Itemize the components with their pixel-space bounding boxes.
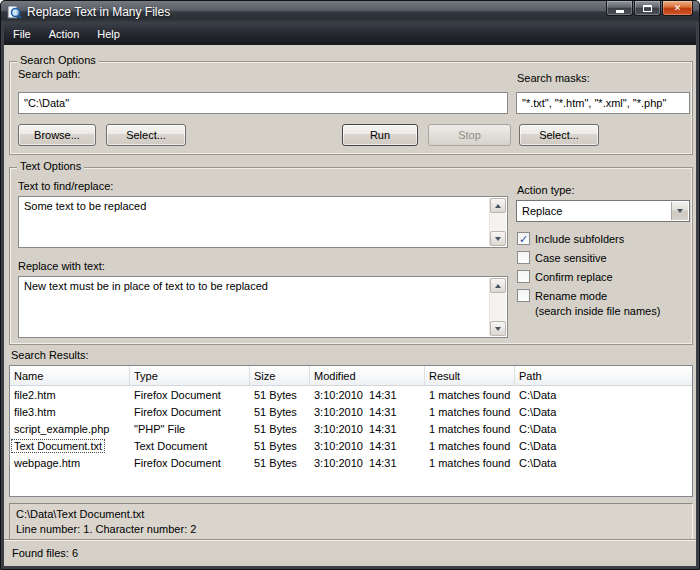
cell-name: file2.htm <box>10 389 130 401</box>
checkbox-list: ✓Include subfoldersCase sensitiveConfirm… <box>517 232 689 323</box>
checkbox-rename-mode[interactable]: Rename mode <box>517 289 689 302</box>
menu-action[interactable]: Action <box>40 23 89 45</box>
cell-result: 1 matches found <box>425 389 515 401</box>
search-path-label: Search path: <box>18 68 80 80</box>
column-header-type[interactable]: Type <box>130 366 250 385</box>
status-text: Found files: 6 <box>12 547 78 559</box>
text-options-group: Text Options Text to find/replace: Some … <box>9 167 693 345</box>
search-path-input[interactable]: "C:\Data" <box>18 92 508 114</box>
checkbox-label: Confirm replace <box>535 271 613 283</box>
replace-text-area[interactable]: New text must be in place of text to to … <box>18 276 508 338</box>
minimize-button[interactable] <box>606 1 633 16</box>
table-row[interactable]: file2.htmFirefox Document51 Bytes3:10:20… <box>10 386 692 403</box>
cell-modified: 3:10:2010 14:31 <box>310 423 425 435</box>
cell-result: 1 matches found <box>425 406 515 418</box>
arrow-down-icon <box>495 327 501 331</box>
dropdown-arrow-button[interactable] <box>671 202 688 220</box>
cell-path: C:\Data <box>515 406 692 418</box>
action-type-dropdown[interactable]: Replace <box>516 200 690 222</box>
cell-path: C:\Data <box>515 389 692 401</box>
table-row[interactable]: script_example.php"PHP" File51 Bytes3:10… <box>10 420 692 437</box>
titlebar[interactable]: Replace Text in Many Files ✕ <box>1 1 699 23</box>
scroll-down-button[interactable] <box>490 231 506 246</box>
detail-position-info: Line number: 1. Character number: 2 <box>16 522 686 537</box>
checkbox-include-subfolders[interactable]: ✓Include subfolders <box>517 232 689 245</box>
checkbox-case-sensitive[interactable]: Case sensitive <box>517 251 689 264</box>
search-masks-label: Search masks: <box>517 72 590 84</box>
scroll-down-button[interactable] <box>490 321 506 336</box>
cell-path: C:\Data <box>515 423 692 435</box>
column-header-name[interactable]: Name <box>10 366 130 385</box>
cell-name: script_example.php <box>10 423 130 435</box>
status-bar: Found files: 6 <box>4 539 696 566</box>
results-list[interactable]: Name Type Size Modified Result Path file… <box>9 365 693 497</box>
content: Search Options Search path: Search masks… <box>4 45 696 566</box>
checkbox-box[interactable] <box>517 251 530 264</box>
table-row[interactable]: file3.htmFirefox Document51 Bytes3:10:20… <box>10 403 692 420</box>
maximize-icon <box>643 5 652 12</box>
column-header-result[interactable]: Result <box>425 366 515 385</box>
results-rows: file2.htmFirefox Document51 Bytes3:10:20… <box>10 386 692 471</box>
detail-panel: C:\Data\Text Document.txt Line number: 1… <box>9 503 693 541</box>
cell-type: Firefox Document <box>130 389 250 401</box>
cell-type: Text Document <box>130 440 250 452</box>
cell-size: 51 Bytes <box>250 440 310 452</box>
cell-name: Text Document.txt <box>10 439 130 453</box>
search-masks-input[interactable]: "*.txt", "*.htm", "*.xml", "*.php" <box>516 92 690 114</box>
cell-modified: 3:10:2010 14:31 <box>310 389 425 401</box>
cell-result: 1 matches found <box>425 457 515 469</box>
arrow-up-icon <box>495 204 501 208</box>
search-results-label: Search Results: <box>11 349 89 361</box>
menu-help[interactable]: Help <box>88 23 129 45</box>
cell-name: webpage.htm <box>10 457 130 469</box>
cell-size: 51 Bytes <box>250 406 310 418</box>
close-button[interactable]: ✕ <box>662 1 693 16</box>
column-header-modified[interactable]: Modified <box>310 366 425 385</box>
search-options-group: Search Options Search path: Search masks… <box>9 61 693 155</box>
app-window: Replace Text in Many Files ✕ File Action… <box>0 0 700 570</box>
find-text-label: Text to find/replace: <box>18 180 113 192</box>
column-header-path[interactable]: Path <box>515 366 692 385</box>
minimize-icon <box>616 10 624 13</box>
menu-file[interactable]: File <box>4 23 40 45</box>
checkbox-confirm-replace[interactable]: Confirm replace <box>517 270 689 283</box>
cell-result: 1 matches found <box>425 423 515 435</box>
find-text-area[interactable]: Some text to be replaced <box>18 196 508 248</box>
scroll-up-button[interactable] <box>490 198 506 213</box>
checkbox-label: Case sensitive <box>535 252 607 264</box>
cell-result: 1 matches found <box>425 440 515 452</box>
cell-modified: 3:10:2010 14:31 <box>310 457 425 469</box>
replace-text-label: Replace with text: <box>18 260 105 272</box>
checkbox-label: Include subfolders <box>535 233 624 245</box>
column-header-size[interactable]: Size <box>250 366 310 385</box>
results-header: Name Type Size Modified Result Path <box>10 366 692 386</box>
detail-file-path: C:\Data\Text Document.txt <box>16 507 686 522</box>
find-text-value: Some text to be replaced <box>24 200 146 212</box>
text-options-group-label: Text Options <box>17 160 84 172</box>
checkbox-box[interactable] <box>517 289 530 302</box>
scroll-up-button[interactable] <box>490 278 506 293</box>
selected-item-focus: Text Document.txt <box>11 439 105 453</box>
search-options-group-label: Search Options <box>17 54 99 66</box>
select-path-button[interactable]: Select... <box>106 124 186 146</box>
select-masks-button[interactable]: Select... <box>519 124 599 146</box>
checkbox-label: Rename mode <box>535 290 607 302</box>
window-title: Replace Text in Many Files <box>27 5 170 19</box>
table-row[interactable]: Text Document.txtText Document51 Bytes3:… <box>10 437 692 454</box>
close-icon: ✕ <box>674 4 682 13</box>
find-scrollbar[interactable] <box>489 198 506 246</box>
cell-size: 51 Bytes <box>250 389 310 401</box>
run-button[interactable]: Run <box>342 124 418 146</box>
table-row[interactable]: webpage.htmFirefox Document51 Bytes3:10:… <box>10 454 692 471</box>
menubar: File Action Help <box>4 23 696 45</box>
checkbox-box[interactable] <box>517 270 530 283</box>
maximize-button[interactable] <box>634 1 661 16</box>
cell-type: Firefox Document <box>130 406 250 418</box>
window-controls: ✕ <box>606 1 693 16</box>
cell-type: "PHP" File <box>130 423 250 435</box>
browse-button[interactable]: Browse... <box>18 124 96 146</box>
app-icon <box>7 5 22 20</box>
replace-scrollbar[interactable] <box>489 278 506 336</box>
checkbox-box[interactable]: ✓ <box>517 232 530 245</box>
arrow-down-icon <box>495 237 501 241</box>
